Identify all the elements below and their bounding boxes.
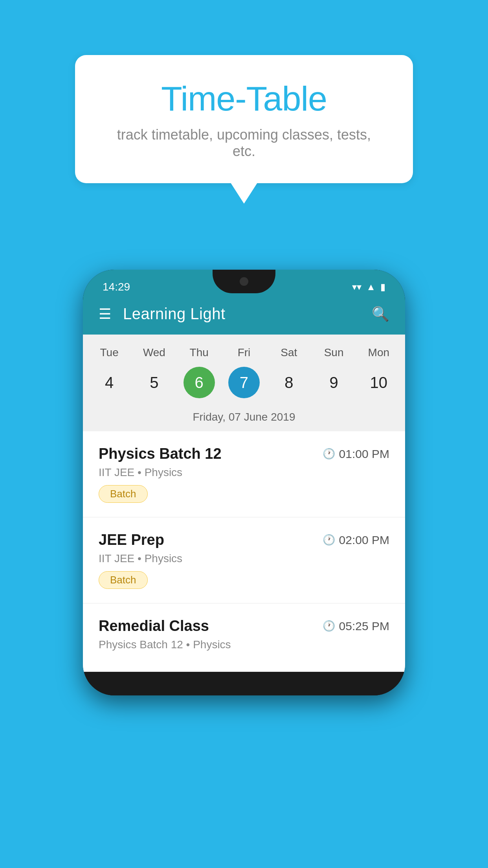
phone-frame: 14:29 ▾▾ ▲ ▮ ☰ Learning Light 🔍 Tue Wed … bbox=[83, 270, 405, 695]
clock-icon-0: 🕐 bbox=[323, 448, 335, 460]
phone-bottom bbox=[83, 672, 405, 695]
schedule-title-0: Physics Batch 12 bbox=[99, 445, 222, 462]
bubble-title: Time-Table bbox=[106, 79, 382, 119]
day-numbers: 4 5 6 7 8 9 10 bbox=[87, 363, 401, 406]
status-icons: ▾▾ ▲ ▮ bbox=[352, 281, 385, 292]
hamburger-icon[interactable]: ☰ bbox=[99, 306, 111, 322]
schedule-time-1: 🕐 02:00 PM bbox=[323, 533, 389, 547]
schedule-time-0: 🕐 01:00 PM bbox=[323, 447, 389, 461]
calendar-section: Tue Wed Thu Fri Sat Sun Mon 4 5 6 7 8 9 … bbox=[83, 335, 405, 431]
day-9[interactable]: 9 bbox=[311, 367, 356, 398]
notch bbox=[213, 270, 275, 293]
day-7-selected[interactable]: 7 bbox=[228, 367, 260, 398]
phone-wrapper: 14:29 ▾▾ ▲ ▮ ☰ Learning Light 🔍 Tue Wed … bbox=[0, 270, 488, 711]
status-time: 14:29 bbox=[103, 281, 130, 293]
day-5[interactable]: 5 bbox=[132, 367, 176, 398]
day-4[interactable]: 4 bbox=[87, 367, 132, 398]
speech-bubble: Time-Table track timetable, upcoming cla… bbox=[75, 55, 413, 183]
clock-icon-1: 🕐 bbox=[323, 534, 335, 546]
batch-tag-1: Batch bbox=[99, 571, 148, 589]
schedule-item-2-header: Remedial Class 🕐 05:25 PM bbox=[99, 618, 389, 634]
day-header-tue: Tue bbox=[87, 346, 132, 359]
schedule-subtitle-0: IIT JEE • Physics bbox=[99, 466, 389, 479]
day-header-mon: Mon bbox=[356, 346, 401, 359]
day-8[interactable]: 8 bbox=[266, 367, 311, 398]
clock-icon-2: 🕐 bbox=[323, 620, 335, 632]
day-header-thu: Thu bbox=[177, 346, 222, 359]
schedule-item-0-header: Physics Batch 12 🕐 01:00 PM bbox=[99, 445, 389, 462]
day-header-wed: Wed bbox=[132, 346, 176, 359]
battery-icon: ▮ bbox=[380, 281, 385, 292]
day-10[interactable]: 10 bbox=[356, 367, 401, 398]
schedule-title-1: JEE Prep bbox=[99, 531, 164, 548]
status-bar: 14:29 ▾▾ ▲ ▮ bbox=[83, 270, 405, 293]
batch-tag-0: Batch bbox=[99, 485, 148, 503]
schedule-item-1-header: JEE Prep 🕐 02:00 PM bbox=[99, 531, 389, 548]
schedule-container: Physics Batch 12 🕐 01:00 PM IIT JEE • Ph… bbox=[83, 431, 405, 672]
bubble-subtitle: track timetable, upcoming classes, tests… bbox=[106, 127, 382, 160]
top-section: Time-Table track timetable, upcoming cla… bbox=[0, 0, 488, 215]
schedule-subtitle-1: IIT JEE • Physics bbox=[99, 552, 389, 565]
day-header-sat: Sat bbox=[266, 346, 311, 359]
day-6-today[interactable]: 6 bbox=[183, 367, 215, 398]
day-header-sun: Sun bbox=[311, 346, 356, 359]
app-header: ☰ Learning Light 🔍 bbox=[83, 293, 405, 335]
selected-date-label: Friday, 07 June 2019 bbox=[87, 406, 401, 431]
schedule-subtitle-2: Physics Batch 12 • Physics bbox=[99, 638, 389, 651]
search-icon[interactable]: 🔍 bbox=[372, 306, 389, 322]
camera bbox=[240, 277, 248, 286]
schedule-item-1[interactable]: JEE Prep 🕐 02:00 PM IIT JEE • Physics Ba… bbox=[83, 517, 405, 603]
day-headers: Tue Wed Thu Fri Sat Sun Mon bbox=[87, 342, 401, 363]
schedule-item-0[interactable]: Physics Batch 12 🕐 01:00 PM IIT JEE • Ph… bbox=[83, 431, 405, 517]
wifi-icon: ▾▾ bbox=[352, 281, 361, 292]
app-title: Learning Light bbox=[123, 305, 360, 323]
schedule-time-2: 🕐 05:25 PM bbox=[323, 620, 389, 633]
schedule-item-2[interactable]: Remedial Class 🕐 05:25 PM Physics Batch … bbox=[83, 603, 405, 672]
schedule-title-2: Remedial Class bbox=[99, 618, 209, 634]
day-header-fri: Fri bbox=[222, 346, 266, 359]
signal-icon: ▲ bbox=[366, 281, 376, 292]
